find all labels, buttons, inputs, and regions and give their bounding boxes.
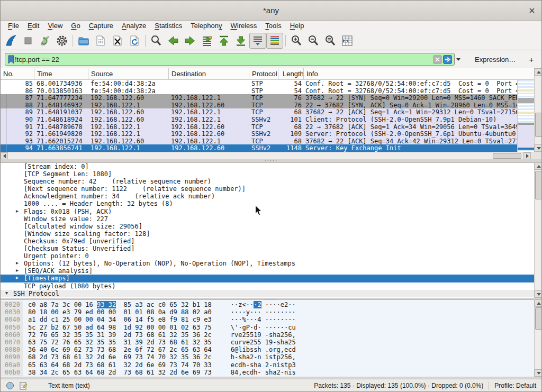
menu-telephony[interactable]: Telephony [186,21,226,31]
colorize-toggle[interactable] [266,33,283,49]
packet-list-vscrollbar[interactable] [534,68,542,152]
hex-bytes[interactable]: 36 40 6c 69 62 73 73 68 2e 6f 72 67 2c 6… [28,346,212,353]
filter-clear-button[interactable] [433,55,442,64]
filter-apply-button[interactable] [443,55,452,64]
hex-ascii[interactable]: \'·gP·d· ······cu [231,324,296,331]
detail-line[interactable]: [Next sequence number: 1122 (relative se… [1,185,534,193]
menu-file[interactable]: File [4,21,23,31]
menu-capture[interactable]: Capture [85,21,118,31]
go-back-button[interactable] [165,33,182,49]
packet-row-91[interactable]: 9171.648789678192.168.122.1192.168.122.6… [1,123,517,131]
hex-row-0030[interactable]: 003080 18 00 e3 79 ed 00 00 01 01 08 0a … [1,308,534,316]
scroll-thumb[interactable] [535,113,542,137]
hex-row-00b0[interactable]: 00b038 34 2c 65 63 64 68 2d 73 68 61 32 … [1,369,534,376]
hex-bytes[interactable]: 68 2d 73 68 61 32 2d 6e 69 73 74 70 32 3… [28,353,212,361]
auto-scroll-toggle[interactable] [249,33,266,49]
start-capture-button[interactable] [3,33,20,49]
hex-row-0070[interactable]: 007063 75 72 76 65 32 35 35 31 39 2d 73 … [1,339,534,346]
hex-bytes[interactable]: 38 34 2c 65 63 64 68 2d 73 68 61 32 2d 6… [28,369,212,376]
scroll-down-button[interactable] [535,369,542,377]
hex-ascii[interactable]: ··z<···2 ····e2·· [231,301,296,308]
open-file-button[interactable] [75,33,92,49]
chevron-right-icon[interactable]: ▸ [16,267,19,273]
packet-row-92[interactable]: 9271.661949820192.168.122.1192.168.122.6… [1,130,517,138]
hex-bytes[interactable]: 80 18 00 e3 79 ed 00 00 01 01 08 0a d9 8… [28,308,212,316]
packet-row-89[interactable]: 8971.648191037192.168.122.60192.168.122.… [1,108,517,116]
hex-bytes[interactable]: 63 75 72 76 65 32 35 35 31 39 2d 73 68 6… [28,339,212,346]
go-first-button[interactable] [215,33,232,49]
hex-bytes[interactable]: c0 a8 7a 3c 00 16 93 32 85 a3 ac c0 65 3… [28,301,212,308]
scroll-thumb[interactable] [535,307,542,330]
close-file-button[interactable] [109,33,126,49]
chevron-right-icon[interactable]: ▸ [16,208,19,214]
chevron-right-icon[interactable]: ▸ [16,260,19,266]
filter-history-dropdown[interactable] [455,53,462,66]
zoom-out-button[interactable] [305,33,322,49]
detail-line[interactable]: ▸Options: (12 bytes), No-Operation (NOP)… [1,260,534,267]
scroll-thumb[interactable] [535,171,542,199]
hex-ascii[interactable]: 84,ecdh- sha2-nis [231,369,296,376]
hex-selected-bytes[interactable]: 93 32 [97,301,116,308]
column-info[interactable]: Info [304,68,534,79]
menu-wireless[interactable]: Wireless [227,21,261,31]
restart-capture-button[interactable] [37,33,53,49]
hex-bytes[interactable]: 5c 27 b2 67 50 ad 64 98 1d 92 00 00 01 0… [28,324,212,331]
hex-row-0090[interactable]: 009068 2d 73 68 61 32 2d 6e 69 73 74 70 … [1,353,534,361]
hex-row-0060[interactable]: 006072 76 65 32 35 35 31 39 2d 73 68 61 … [1,331,534,339]
hex-ascii[interactable]: h-sha2-n istp256, [231,353,296,361]
scroll-left-button[interactable] [1,152,8,159]
packet-row-90[interactable]: 9071.648618924192.168.122.60192.168.122.… [1,116,517,123]
detail-line[interactable]: 1000 .... = Header Length: 32 bytes (8) [1,200,534,207]
scroll-right-button[interactable] [523,152,531,159]
detail-line[interactable]: Checksum: 0x79ed [unverified] [1,238,534,245]
go-forward-button[interactable] [182,33,198,49]
scroll-up-button[interactable] [535,162,542,170]
menu-analyze[interactable]: Analyze [118,21,150,31]
hex-ascii[interactable]: ····y··· ········ [231,308,296,316]
add-filter-button[interactable]: + [526,55,537,64]
hex-row-00a0[interactable]: 00a065 63 64 68 2d 73 68 61 32 2d 6e 69 … [1,361,534,369]
detail-line[interactable]: Sequence number: 42 (relative sequence n… [1,178,534,185]
column-source[interactable]: Source [88,68,169,79]
zoom-reset-button[interactable] [322,33,339,49]
hex-bytes[interactable]: 65 63 64 68 2d 73 68 61 32 2d 6e 69 73 7… [28,361,212,369]
menu-edit[interactable]: Edit [23,21,43,31]
menu-view[interactable]: View [43,21,67,31]
find-packet-button[interactable] [148,33,165,49]
detail-line[interactable]: [Calculated window size: 29056] [1,223,534,230]
hex-ascii[interactable]: curve255 19-sha25 [231,339,296,346]
detail-line[interactable]: [Stream index: 0] [1,163,534,170]
menu-tools[interactable]: Tools [261,21,285,31]
menu-go[interactable]: Go [67,21,84,31]
detail-line[interactable]: Window size value: 227 [1,215,534,223]
details-vscrollbar[interactable] [534,162,542,298]
capture-options-button[interactable] [53,33,70,49]
detail-line[interactable]: [TCP Segment Len: 1080] [1,170,534,178]
detail-line[interactable]: [Checksum Status: Unverified] [1,245,534,252]
hex-row-0040[interactable]: 0040a1 dd c1 25 00 00 04 34 06 14 f5 e8 … [1,316,534,323]
packet-row-94[interactable]: 9471.663856741192.168.122.1192.168.122.6… [1,144,517,152]
hex-row-0050[interactable]: 00505c 27 b2 67 50 ad 64 98 1d 92 00 00 … [1,324,534,331]
hex-ascii[interactable]: ···%···4 ········ [231,316,296,323]
detail-line[interactable]: ▸[Timestamps] [1,275,534,282]
hex-ascii[interactable]: rve25519 -sha256, [231,331,296,339]
intelligent-scrollbar-minimap[interactable] [517,80,534,152]
chevron-down-icon[interactable]: ▾ [5,290,8,296]
detail-line[interactable]: ▸Flags: 0x018 (PSH, ACK) [1,208,534,215]
go-last-button[interactable] [232,33,249,49]
scroll-down-button[interactable] [535,144,542,152]
hex-ascii[interactable]: 6@libssh .org,ecd [231,346,296,353]
stop-capture-button[interactable] [20,33,37,49]
expert-info-button[interactable] [6,381,14,390]
display-filter-input[interactable]: !tcp.port == 22 [5,53,455,66]
detail-line[interactable]: Urgent pointer: 0 [1,252,534,260]
expression-button[interactable]: Expression… [475,56,516,63]
hex-bytes[interactable]: 72 76 65 32 35 35 31 39 2d 73 68 61 32 3… [28,331,212,339]
profile-label[interactable]: Profile: Default [494,382,536,389]
close-button[interactable] [528,6,536,15]
capture-comment-button[interactable] [19,381,28,390]
column-time[interactable]: Time [34,68,88,79]
menu-help[interactable]: Help [286,21,309,31]
ascii-selected[interactable]: ·2 [254,301,261,308]
hex-bytes[interactable]: a1 dd c1 25 00 00 04 34 06 14 f5 e8 f9 8… [28,316,212,323]
